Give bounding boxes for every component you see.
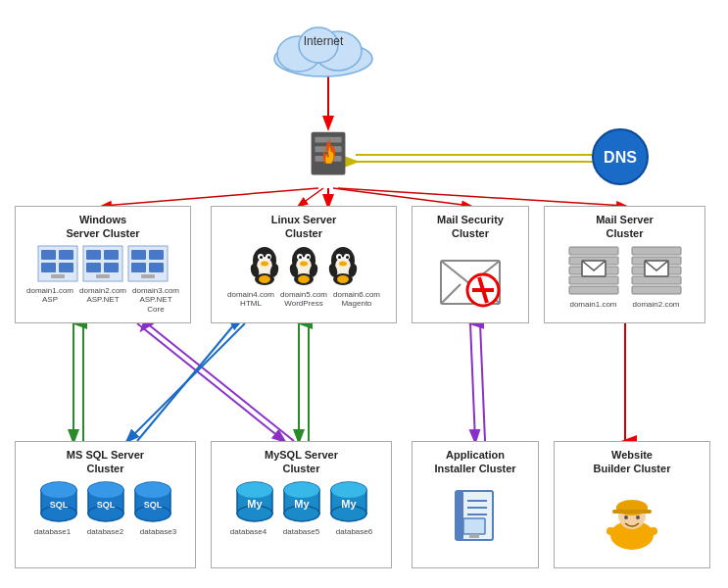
website-builder-title: WebsiteBuilder Cluster (560, 448, 704, 476)
svg-point-141 (636, 515, 640, 519)
mssql-db-2: SQL (84, 480, 127, 523)
svg-point-75 (339, 261, 347, 266)
svg-rect-38 (86, 263, 101, 272)
mssql-db3-label: database3 (134, 527, 183, 537)
windows-cluster: Windows Server Cluster (15, 206, 191, 323)
mysql-db-2: My (280, 480, 323, 523)
mysql-db-1: My (233, 480, 276, 523)
mysql-db-3: My (327, 480, 370, 523)
svg-rect-86 (569, 247, 618, 255)
app-installer-icon-area (418, 486, 532, 550)
mail-server-labels: domain1.com domain2.com (551, 300, 699, 309)
network-diagram: Internet DNS Windows Server Cluster (0, 0, 728, 588)
svg-line-16 (470, 323, 475, 441)
svg-rect-92 (632, 247, 681, 255)
svg-point-126 (331, 482, 366, 498)
svg-point-77 (337, 275, 349, 283)
svg-text:SQL: SQL (96, 500, 115, 510)
svg-rect-37 (104, 250, 119, 260)
win-domain1-label: domain1.comASP (25, 286, 74, 315)
linux-cluster: Linux Server Cluster (211, 206, 397, 323)
svg-rect-31 (59, 250, 73, 260)
svg-rect-39 (104, 263, 119, 272)
svg-text:SQL: SQL (143, 500, 162, 510)
dns-icon: DNS (591, 127, 650, 186)
linux-domain4-label: domain4.comHTML (226, 290, 275, 309)
mail-server-cluster: Mail Server Cluster (544, 206, 705, 323)
svg-line-6 (333, 188, 470, 206)
mail-server-icons (551, 245, 699, 296)
mail-server-icon-2 (627, 245, 686, 296)
svg-line-17 (480, 323, 485, 441)
svg-rect-134 (469, 534, 479, 538)
internet-label: Internet (284, 34, 363, 48)
mysql-cluster: MySQL ServerCluster My My My (211, 441, 392, 568)
svg-point-63 (307, 256, 310, 259)
svg-line-143 (632, 531, 654, 535)
svg-rect-95 (632, 276, 681, 284)
svg-point-53 (261, 261, 268, 266)
linux-cluster-labels: domain4.comHTML domain5.comWordPress dom… (218, 290, 390, 309)
mssql-labels: database1 database2 database3 (22, 527, 189, 537)
svg-text:My: My (294, 498, 310, 510)
svg-text:SQL: SQL (49, 500, 68, 510)
mail-security-cluster-title: Mail SecurityCluster (418, 213, 522, 241)
mssql-db2-label: database2 (81, 527, 130, 537)
svg-text:My: My (341, 498, 357, 510)
svg-rect-96 (632, 286, 681, 294)
app-installer-title: ApplicationInstaller Cluster (418, 448, 532, 476)
windows-cluster-title: Windows Server Cluster (22, 213, 184, 241)
mail-security-icon (436, 249, 505, 313)
svg-rect-30 (41, 250, 56, 260)
svg-point-116 (237, 482, 272, 498)
svg-point-66 (298, 275, 310, 283)
svg-point-52 (267, 256, 270, 259)
svg-line-14 (127, 323, 245, 441)
svg-line-5 (299, 188, 323, 206)
svg-point-64 (300, 261, 308, 266)
svg-text:My: My (247, 498, 263, 510)
linux-cluster-icons (218, 245, 390, 286)
svg-rect-133 (463, 518, 485, 534)
windows-server-icon-1 (37, 245, 78, 282)
mssql-db-1: SQL (37, 480, 80, 523)
svg-point-62 (299, 256, 302, 259)
svg-point-74 (346, 256, 349, 259)
svg-rect-46 (141, 274, 155, 278)
mail-security-cluster: Mail SecurityCluster (412, 206, 529, 323)
svg-rect-32 (41, 263, 56, 272)
mail-security-icon-area (418, 249, 522, 313)
linux-penguin-2 (286, 245, 321, 286)
svg-rect-42 (131, 250, 146, 260)
svg-point-55 (259, 275, 270, 283)
svg-rect-33 (59, 263, 73, 272)
svg-point-73 (338, 256, 341, 259)
mysql-icons: My My My (218, 480, 385, 523)
mysql-db6-label: database6 (330, 527, 379, 537)
svg-line-15 (137, 323, 235, 441)
svg-rect-43 (149, 250, 164, 260)
mysql-db4-label: database4 (224, 527, 273, 537)
svg-point-51 (260, 256, 263, 259)
mssql-cluster: MS SQL ServerCluster SQL SQL (15, 441, 196, 568)
website-builder-cluster: WebsiteBuilder Cluster (554, 441, 710, 568)
svg-line-7 (338, 188, 625, 206)
svg-rect-45 (149, 263, 164, 272)
app-installer-icon (446, 486, 505, 550)
linux-domain6-label: domain6.comMagento (332, 290, 381, 309)
windows-server-icon-2 (82, 245, 123, 282)
mail-domain2-label: domain2.com (633, 300, 680, 309)
svg-text:DNS: DNS (604, 149, 637, 166)
svg-line-11 (147, 323, 294, 441)
mssql-icons: SQL SQL SQL (22, 480, 189, 523)
linux-penguin-1 (247, 245, 282, 286)
app-installer-cluster: ApplicationInstaller Cluster (412, 441, 539, 568)
svg-rect-129 (456, 491, 463, 540)
linux-domain5-label: domain5.comWordPress (279, 290, 328, 309)
mysql-db5-label: database5 (277, 527, 326, 537)
win-domain2-label: domain2.comASP.NET (78, 286, 127, 315)
mail-server-cluster-title: Mail Server Cluster (551, 213, 699, 241)
svg-point-121 (284, 482, 319, 498)
mail-domain1-label: domain1.com (569, 300, 616, 309)
svg-rect-36 (86, 250, 101, 260)
